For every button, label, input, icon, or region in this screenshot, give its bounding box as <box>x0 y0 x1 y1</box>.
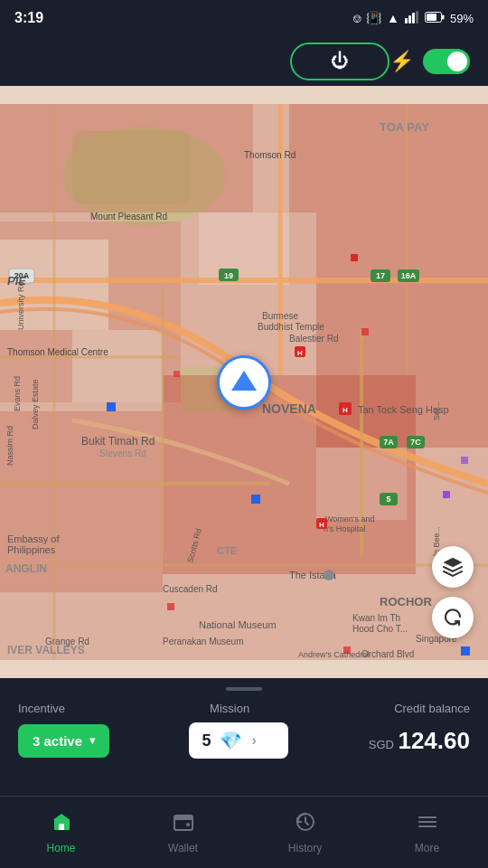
svg-rect-40 <box>361 328 369 335</box>
more-icon <box>417 811 438 838</box>
svg-rect-90 <box>59 824 64 830</box>
wifi-icon: ▲ <box>387 11 399 25</box>
credit-currency: SGD <box>369 738 394 751</box>
mission-count: 5 <box>202 731 211 750</box>
svg-rect-39 <box>351 254 358 261</box>
diamond-icon: 💎 <box>220 730 242 751</box>
svg-text:National Museum: National Museum <box>199 619 277 630</box>
svg-text:n's Hospital: n's Hospital <box>324 524 365 533</box>
nav-wallet-label: Wallet <box>168 842 198 854</box>
svg-text:7A: 7A <box>383 438 394 447</box>
svg-text:5: 5 <box>386 495 390 504</box>
signal-icon <box>405 11 419 26</box>
nav-home[interactable]: Home <box>0 797 122 868</box>
svg-text:Philippines: Philippines <box>7 544 56 555</box>
svg-text:7C: 7C <box>410 438 421 447</box>
svg-text:Buddhist Temple: Buddhist Temple <box>258 322 324 332</box>
svg-point-93 <box>186 823 190 826</box>
svg-rect-19 <box>199 212 316 285</box>
svg-text:CTE: CTE <box>217 545 237 556</box>
panel-values-row: 3 active ▾ 5 💎 › SGD 124.60 <box>18 722 470 759</box>
credit-label: Credit balance <box>394 702 470 715</box>
svg-rect-0 <box>405 18 408 24</box>
svg-text:ANGLIN: ANGLIN <box>5 562 47 575</box>
panel-content: Incentive Mission Credit balance 3 activ… <box>0 691 488 759</box>
nav-wallet[interactable]: Wallet <box>122 797 244 868</box>
nav-home-label: Home <box>46 842 75 854</box>
power-button[interactable]: ⏻ <box>290 42 389 80</box>
svg-text:Nassim Rd: Nassim Rd <box>5 426 14 466</box>
svg-text:Embassy of: Embassy of <box>7 533 60 544</box>
svg-text:Andrew's Cathedral: Andrew's Cathedral <box>298 650 369 659</box>
svg-text:Cuscaden Rd: Cuscaden Rd <box>163 584 218 594</box>
svg-rect-3 <box>416 11 418 24</box>
mission-label: Mission <box>210 702 249 715</box>
svg-text:Kwan Im Th: Kwan Im Th <box>352 613 400 623</box>
top-controls: ⏻ ⚡ <box>0 36 488 86</box>
svg-rect-6 <box>442 14 445 19</box>
svg-text:Hood Cho T...: Hood Cho T... <box>352 624 408 634</box>
svg-text:16A: 16A <box>401 271 417 280</box>
svg-rect-62 <box>324 570 334 580</box>
map-area[interactable]: 19 17 16A 7A 7C 5 20A PIE Mount Pleasant… <box>0 86 488 678</box>
active-count-text: 3 active <box>33 733 82 749</box>
svg-rect-21 <box>72 330 163 402</box>
chevron-down-icon: ▾ <box>89 734 95 747</box>
svg-rect-2 <box>412 13 415 24</box>
nav-more-label: More <box>415 842 439 854</box>
svg-text:NOVENA: NOVENA <box>262 401 316 416</box>
svg-text:ROCHOR: ROCHOR <box>380 595 432 609</box>
lightning-icon: ⚡ <box>389 50 414 73</box>
svg-rect-38 <box>461 646 470 656</box>
vibration-icon: 📳 <box>366 11 381 25</box>
svg-text:Dalvey Estate: Dalvey Estate <box>31 379 40 429</box>
svg-rect-5 <box>427 14 436 21</box>
credit-amount: 124.60 <box>398 727 470 754</box>
svg-text:Evans Rd: Evans Rd <box>13 376 22 411</box>
map-layers-button[interactable] <box>432 546 474 588</box>
mission-box[interactable]: 5 💎 › <box>189 722 288 759</box>
svg-rect-45 <box>461 457 468 464</box>
svg-rect-92 <box>174 816 192 820</box>
incentive-label: Incentive <box>18 702 65 715</box>
svg-rect-1 <box>408 15 411 24</box>
active-incentive-button[interactable]: 3 active ▾ <box>18 724 109 758</box>
svg-text:Ser...: Ser... <box>432 401 441 420</box>
map-refresh-button[interactable] <box>432 597 474 638</box>
svg-text:H: H <box>319 521 324 529</box>
svg-text:Women's and: Women's and <box>325 514 375 524</box>
power-icon: ⏻ <box>331 51 349 71</box>
svg-text:H: H <box>343 406 348 414</box>
navigation-arrow <box>217 355 271 410</box>
svg-rect-43 <box>174 371 180 377</box>
svg-text:University Rd: University Rd <box>16 281 25 330</box>
battery-icon <box>425 12 445 25</box>
svg-text:Grange Rd: Grange Rd <box>45 637 89 646</box>
svg-text:H: H <box>297 349 303 357</box>
bluetooth-icon: ⎊ <box>353 11 361 25</box>
svg-rect-36 <box>107 402 116 411</box>
arrow-icon <box>231 371 257 391</box>
nav-more[interactable]: More <box>366 797 488 868</box>
svg-text:Balestier Rd: Balestier Rd <box>289 334 338 344</box>
panel-labels-row: Incentive Mission Credit balance <box>18 702 470 715</box>
credit-value-container: SGD 124.60 <box>369 727 470 755</box>
nav-history[interactable]: History <box>244 797 366 868</box>
svg-text:Thomson Medical Centre: Thomson Medical Centre <box>7 347 108 357</box>
svg-text:Thomson Rd: Thomson Rd <box>244 150 296 160</box>
status-time: 3:19 <box>14 10 43 26</box>
svg-text:Orchard Blvd: Orchard Blvd <box>361 649 414 659</box>
history-icon <box>295 811 316 838</box>
status-icons: ⎊ 📳 ▲ 59% <box>353 11 474 26</box>
svg-rect-44 <box>443 491 450 498</box>
svg-text:Peranakan Museum: Peranakan Museum <box>163 637 244 646</box>
svg-rect-41 <box>167 603 174 610</box>
svg-rect-13 <box>0 104 253 212</box>
svg-text:Stevens Rd: Stevens Rd <box>99 448 146 458</box>
svg-text:17: 17 <box>376 271 385 280</box>
power-toggle[interactable] <box>423 49 470 74</box>
svg-text:Burmese: Burmese <box>262 311 298 321</box>
status-bar: 3:19 ⎊ 📳 ▲ 59% <box>0 0 488 36</box>
battery-percentage: 59% <box>450 12 474 25</box>
bottom-navigation: Home Wallet History <box>0 796 488 868</box>
